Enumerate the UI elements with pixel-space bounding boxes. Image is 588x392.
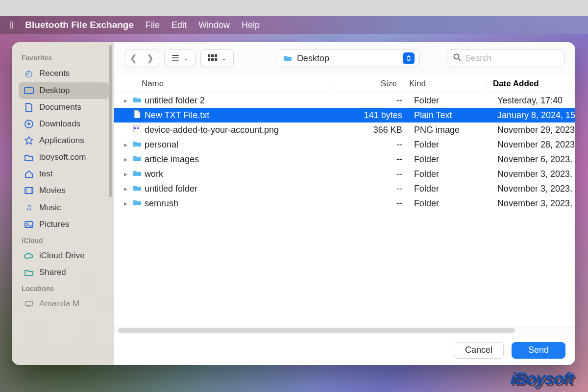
sidebar-item-pictures[interactable]: Pictures <box>19 216 109 233</box>
file-size: 141 bytes <box>340 110 408 121</box>
file-date: November 29, 2023 <box>491 125 575 135</box>
file-name: semrush <box>143 198 340 209</box>
file-row[interactable]: ▸New TXT File.txt141 bytesPlain TextJanu… <box>114 108 575 122</box>
sidebar-item-desktop[interactable]: Desktop <box>19 82 109 99</box>
file-date: November 3, 2023, <box>491 169 575 179</box>
file-kind: Plain Text <box>408 110 491 121</box>
sidebar-group-favorites: Favorites <box>17 50 111 65</box>
sidebar-item-label: Documents <box>39 102 81 112</box>
shared-icon <box>24 269 34 276</box>
sidebar-item-documents[interactable]: Documents <box>19 99 109 116</box>
column-name[interactable]: Name <box>114 79 334 89</box>
location-popup-button[interactable]: Desktop <box>278 49 420 67</box>
sidebar-item-icloud-drive[interactable]: iCloud Drive <box>19 247 109 264</box>
file-picker-dialog: Favorites ◴ Recents Desktop Documents Do… <box>12 42 575 365</box>
file-date: November 28, 2023 <box>491 140 575 150</box>
menu-edit[interactable]: Edit <box>172 20 187 30</box>
svg-rect-4 <box>31 188 33 194</box>
horizontal-scrollbar[interactable] <box>118 328 515 333</box>
file-name: New TXT File.txt <box>143 110 340 121</box>
sidebar-item-music[interactable]: ♫ Music <box>19 199 109 216</box>
search-field[interactable] <box>447 49 564 67</box>
file-kind: Folder <box>408 154 491 165</box>
music-icon: ♫ <box>24 202 34 213</box>
toolbar: ❮ ❯ ☰ ⌄ ⌄ Desktop <box>114 42 575 74</box>
file-list: ▸untitled folder 2--FolderYesterday, 17:… <box>114 93 575 326</box>
nav-back-forward: ❮ ❯ <box>125 49 159 67</box>
disclosure-triangle-icon[interactable]: ▸ <box>120 185 132 193</box>
file-name: work <box>143 169 340 179</box>
folder-icon <box>132 199 143 208</box>
send-button[interactable]: Send <box>512 342 565 359</box>
menu-bar:  Bluetooth File Exchange File Edit Wind… <box>0 16 588 34</box>
app-name[interactable]: Bluetooth File Exchange <box>25 20 134 30</box>
svg-rect-10 <box>211 54 214 57</box>
disclosure-triangle-icon[interactable]: ▸ <box>120 199 132 207</box>
sidebar-item-shared[interactable]: Shared <box>19 264 109 281</box>
folder-icon <box>132 96 143 105</box>
file-row[interactable]: ▸untitled folder--FolderNovember 3, 2023… <box>114 181 575 196</box>
column-size[interactable]: Size <box>334 79 403 89</box>
column-date-added[interactable]: Date Added <box>487 79 575 89</box>
sidebar-group-icloud: iCloud <box>17 233 111 247</box>
view-list-button[interactable]: ☰ ⌄ <box>164 49 196 67</box>
disclosure-triangle-icon[interactable]: ▸ <box>120 141 132 148</box>
menu-window[interactable]: Window <box>198 20 230 30</box>
view-group-button[interactable]: ⌄ <box>200 49 234 67</box>
file-name: untitled folder <box>143 184 340 194</box>
disclosure-triangle-icon[interactable]: ▸ <box>120 97 132 104</box>
svg-rect-3 <box>25 188 26 194</box>
main-panel: ❮ ❯ ☰ ⌄ ⌄ Desktop <box>114 42 575 365</box>
sidebar-item-recents[interactable]: ◴ Recents <box>19 65 109 82</box>
sidebar-item-applications[interactable]: Applications <box>19 132 109 149</box>
file-size: -- <box>340 184 408 194</box>
apple-menu-icon[interactable]:  <box>10 20 13 31</box>
file-kind: Folder <box>408 140 491 150</box>
file-row[interactable]: ▸device-added-to-your-account.png366 KBP… <box>114 122 575 137</box>
search-input[interactable] <box>465 53 569 63</box>
cancel-button[interactable]: Cancel <box>454 342 504 359</box>
file-name: personal <box>143 140 340 150</box>
file-row[interactable]: ▸semrush--FolderNovember 3, 2023, <box>114 196 575 211</box>
file-date: January 8, 2024, 15 <box>491 110 575 121</box>
svg-rect-8 <box>27 306 30 307</box>
pictures-icon <box>24 221 34 228</box>
file-row[interactable]: ▸personal--FolderNovember 28, 2023 <box>114 137 575 152</box>
folder-icon <box>283 53 292 64</box>
nav-forward-button[interactable]: ❯ <box>142 50 159 67</box>
nav-back-button[interactable]: ❮ <box>125 50 142 67</box>
menu-help[interactable]: Help <box>242 20 260 30</box>
svg-rect-7 <box>25 301 32 306</box>
svg-rect-9 <box>208 54 210 57</box>
file-row[interactable]: ▸work--FolderNovember 3, 2023, <box>114 167 575 181</box>
file-date: November 3, 2023, <box>491 184 575 194</box>
file-size: -- <box>340 169 408 179</box>
svg-rect-14 <box>215 58 217 61</box>
sidebar-item-test[interactable]: test <box>19 166 109 182</box>
disclosure-triangle-icon[interactable]: ▸ <box>120 170 132 178</box>
letterbox-top <box>0 0 588 16</box>
column-kind[interactable]: Kind <box>403 79 487 89</box>
menu-file[interactable]: File <box>146 20 160 30</box>
file-size: 366 KB <box>340 125 408 135</box>
svg-rect-0 <box>24 88 33 94</box>
file-kind: Folder <box>408 198 491 209</box>
svg-rect-19 <box>137 127 139 129</box>
file-date: Yesterday, 17:40 <box>491 96 575 106</box>
desktop-icon <box>24 87 34 94</box>
disclosure-triangle-icon[interactable]: ▸ <box>120 155 132 163</box>
sidebar-item-amanda[interactable]: Amanda M <box>19 295 109 312</box>
sidebar-item-label: Music <box>39 203 61 213</box>
sidebar-scrollbar[interactable] <box>109 45 112 197</box>
file-size: -- <box>340 96 408 106</box>
sidebar-item-label: Movies <box>39 186 66 196</box>
folder-icon <box>132 155 143 164</box>
sidebar-item-downloads[interactable]: Downloads <box>19 116 109 132</box>
file-kind: PNG image <box>408 125 491 135</box>
file-row[interactable]: ▸untitled folder 2--FolderYesterday, 17:… <box>114 93 575 108</box>
sidebar-item-movies[interactable]: Movies <box>19 182 109 199</box>
file-row[interactable]: ▸article images--FolderNovember 6, 2023, <box>114 152 575 167</box>
sidebar-item-iboysoft[interactable]: iboysoft.com <box>19 149 109 166</box>
txt-icon <box>132 110 143 120</box>
mac-icon <box>24 300 34 307</box>
